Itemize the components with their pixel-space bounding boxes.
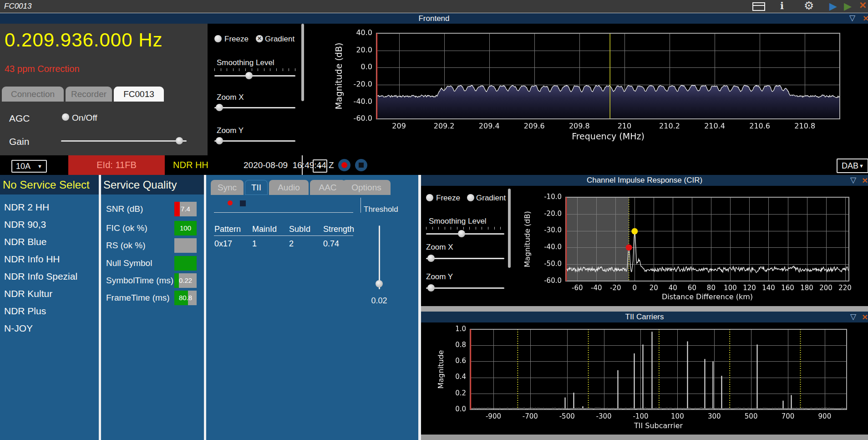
frontend-spectrum-plot[interactable] <box>304 24 868 155</box>
cir-gradient-radio[interactable] <box>467 194 474 201</box>
zoom-y-slider-handle[interactable] <box>216 137 223 144</box>
agc-label: AGC <box>9 113 30 124</box>
tii-close-icon[interactable]: × <box>862 312 868 322</box>
tab-recorder[interactable]: Recorder <box>66 87 112 102</box>
frontend-collapse-icon[interactable]: ▽ <box>849 13 855 23</box>
threshold-slider-track <box>379 225 380 289</box>
service-item[interactable]: NDR Blue <box>0 233 103 251</box>
cir-zoom-x-handle[interactable] <box>427 255 435 262</box>
splitter-horizontal[interactable] <box>421 306 868 312</box>
tab-connection[interactable]: Connection <box>2 87 64 102</box>
threshold-label: Threshold <box>364 205 398 214</box>
record-options-dropdown[interactable]: ▼ <box>313 159 327 173</box>
smoothing-ticks <box>214 68 295 71</box>
record-dot-icon <box>341 162 347 168</box>
record-button[interactable] <box>338 159 350 171</box>
stop-button[interactable] <box>355 159 367 171</box>
quality-value: 100 <box>174 224 197 232</box>
cir-zoom-x-slider[interactable] <box>426 255 504 262</box>
channel-select-arrow-icon: ▼ <box>37 161 42 172</box>
table-header-subid: SubId <box>289 225 310 234</box>
window-icon[interactable] <box>752 2 765 11</box>
zoom-y-slider-track <box>214 140 295 142</box>
agc-radio[interactable] <box>62 113 69 121</box>
tab-sync[interactable]: Sync <box>211 180 244 195</box>
service-item[interactable]: NDR 2 HH <box>0 199 103 216</box>
cir-smoothing-slider[interactable] <box>426 230 504 237</box>
cir-freeze-radio[interactable] <box>426 194 433 201</box>
tii-plot[interactable] <box>421 321 868 434</box>
quality-bar-symboltime: 0.22 <box>174 273 197 288</box>
cir-controls-scrollbar[interactable] <box>508 189 511 268</box>
play-blue-icon[interactable]: ▶ <box>829 1 837 12</box>
service-item[interactable]: N-JOY <box>0 320 103 337</box>
ensemble-id-badge: EId: 11FB <box>68 155 165 175</box>
smoothing-slider-handle[interactable] <box>245 72 253 79</box>
service-item[interactable]: NDR Kultur <box>0 285 103 302</box>
service-item[interactable]: NDR Plus <box>0 302 103 320</box>
cir-gradient-label: Gradient <box>476 194 506 203</box>
quality-row-label: SNR (dB) <box>106 204 143 214</box>
quality-bar-fic: 100 <box>174 221 197 235</box>
horizontal-scrollbar[interactable] <box>421 435 868 440</box>
cir-close-icon[interactable]: × <box>862 175 868 185</box>
app-window: FC0013 i ⚙ ▶ ▶ × Frontend ▽ × 0.209.936.… <box>0 0 868 440</box>
cir-zoom-y-label: Zoom Y <box>426 272 453 281</box>
cir-collapse-icon[interactable]: ▽ <box>850 175 856 185</box>
quality-value: 0.22 <box>174 276 197 284</box>
table-cell: 0.74 <box>323 239 339 249</box>
cir-smoothing-label: Smoothing Level <box>429 217 487 226</box>
table-header-mainid: MainId <box>252 225 277 234</box>
gear-icon[interactable]: ⚙ <box>804 0 814 11</box>
tab-options[interactable]: Options <box>342 180 391 195</box>
service-item[interactable]: NDR 90,3 <box>0 216 103 233</box>
tii-collapse-icon[interactable]: ▽ <box>850 312 856 322</box>
tab-audio[interactable]: Audio <box>269 180 309 195</box>
service-item[interactable]: NDR Info Spezial <box>0 268 103 285</box>
gain-slider-handle[interactable] <box>176 137 183 144</box>
lower-area: No Service Select NDR 2 HH NDR 90,3 NDR … <box>0 175 868 440</box>
record-options-arrow-icon: ▼ <box>318 164 323 169</box>
cir-freeze-label: Freeze <box>436 194 460 203</box>
detail-tabs-panel: Sync TII Audio AAC Options Pattern MainI… <box>206 175 418 440</box>
zoom-x-slider[interactable] <box>214 104 295 111</box>
frontend-close-icon[interactable]: × <box>863 13 868 23</box>
gain-slider[interactable] <box>61 137 187 144</box>
mode-select[interactable]: DAB ▼ <box>837 159 868 173</box>
gradient-label: Gradient <box>265 35 294 44</box>
cir-panel: Channel Impulse Response (CIR) ▽ × Freez… <box>421 175 868 306</box>
cir-plot[interactable] <box>513 186 868 305</box>
threshold-slider[interactable] <box>376 225 383 289</box>
zoom-x-slider-track <box>214 107 295 108</box>
threshold-slider-handle[interactable] <box>376 280 383 287</box>
freeze-radio[interactable] <box>214 35 222 42</box>
service-item[interactable]: NDR Info HH <box>0 251 103 268</box>
quality-row-label: FIC (ok %) <box>106 223 147 233</box>
table-header-strength: Strength <box>323 225 354 234</box>
service-quality-panel: Service Quality SNR (dB) 7.4 FIC (ok %) … <box>101 175 204 440</box>
zoom-x-slider-handle[interactable] <box>216 104 223 111</box>
gain-label: Gain <box>9 136 29 147</box>
cir-smoothing-handle[interactable] <box>458 230 465 237</box>
service-list-header: No Service Select <box>0 175 99 194</box>
tab-fc0013[interactable]: FC0013 <box>114 87 164 102</box>
cir-smoothing-ticks <box>426 227 504 230</box>
quality-bar-rs <box>174 238 197 253</box>
smoothing-slider[interactable] <box>214 72 295 79</box>
cir-zoom-y-handle[interactable] <box>427 284 435 292</box>
title-bar: FC0013 i ⚙ ▶ ▶ × <box>0 0 868 13</box>
service-quality-title: Service Quality <box>101 175 204 194</box>
tab-tii[interactable]: TII <box>245 180 268 195</box>
table-cell: 1 <box>252 239 257 249</box>
cir-zoom-x-track <box>426 258 504 259</box>
gradient-checkbox[interactable] <box>256 35 263 42</box>
quality-bar-frametime: 80.8 <box>174 291 197 305</box>
play-green-icon[interactable]: ▶ <box>844 1 852 12</box>
table-header-underline <box>214 235 353 236</box>
tab-aac[interactable]: AAC <box>310 180 345 195</box>
cir-zoom-y-slider[interactable] <box>426 284 504 292</box>
info-icon[interactable]: i <box>780 0 784 11</box>
channel-select[interactable]: 10A ▼ <box>11 160 47 173</box>
zoom-y-slider[interactable] <box>214 137 295 144</box>
close-icon[interactable]: × <box>859 0 866 10</box>
